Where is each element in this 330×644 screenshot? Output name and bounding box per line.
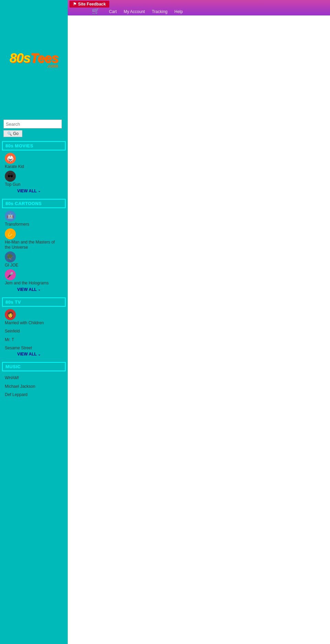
karate-kid-label: Karate Kid — [5, 164, 24, 169]
married-label: Married with Children — [5, 320, 44, 325]
top-gun-icon: 🕶 — [5, 171, 16, 182]
logo-box[interactable]: 80sTees .com — [5, 48, 63, 72]
nav-link-tracking[interactable]: Tracking — [152, 9, 168, 14]
nav-link-help[interactable]: Help — [174, 9, 183, 14]
tv-chevron-icon: ⌄ — [38, 352, 41, 356]
section-header-music: MUSIC — [2, 362, 66, 371]
nav-item-he-man[interactable]: 💪 He-Man and the Masters of the Universe — [0, 227, 68, 250]
he-man-icon: 💪 — [5, 228, 16, 239]
search-area: 🔍 Go — [0, 117, 68, 139]
mr-t-label: Mr. T — [5, 337, 14, 342]
nav-item-wham[interactable]: WHAM! — [0, 373, 68, 381]
nav-item-seinfeld[interactable]: Seinfeld — [0, 326, 68, 334]
karate-kid-icon: 🥋 — [5, 153, 16, 164]
jem-label: Jem and the Holograms — [5, 281, 48, 285]
gi-joe-icon: 🪖 — [5, 251, 16, 262]
transformers-icon: 🤖 — [5, 211, 16, 222]
nav-link-cart[interactable]: Cart — [109, 9, 117, 14]
section-header-movies: 80s MOVIES — [2, 141, 66, 150]
section-80s-cartoons: 80s CARTOONS 🤖 Transformers 💪 He-Man and… — [0, 199, 68, 295]
search-icon: 🔍 — [7, 132, 12, 136]
section-music: MUSIC WHAM! Michael Jackson Def Leppard — [0, 362, 68, 400]
logo-area: 80sTees .com — [0, 0, 68, 117]
main-content: ⚑ Site Feedback 🛒 Cart My Account Tracki… — [68, 0, 330, 644]
site-feedback-button[interactable]: ⚑ Site Feedback — [69, 1, 109, 8]
michael-jackson-label: Michael Jackson — [5, 384, 35, 389]
search-input[interactable] — [3, 120, 62, 128]
tv-view-all-text: VIEW ALL — [17, 352, 37, 357]
nav-item-top-gun[interactable]: 🕶 Top Gun — [0, 170, 68, 188]
go-button[interactable]: 🔍 Go — [3, 130, 22, 137]
nav-item-michael-jackson[interactable]: Michael Jackson — [0, 381, 68, 389]
sidebar: 80sTees .com 🔍 Go 80s MOVIES 🥋 Karate Ki… — [0, 0, 68, 644]
nav-link-my-account[interactable]: My Account — [124, 9, 145, 14]
top-gun-label: Top Gun — [5, 182, 20, 187]
nav-item-gi-joe[interactable]: 🪖 GI JOE — [0, 250, 68, 268]
section-header-cartoons: 80s CARTOONS — [2, 199, 66, 208]
cartoons-chevron-icon: ⌄ — [38, 287, 41, 291]
he-man-label: He-Man and the Masters of the Universe — [5, 240, 60, 250]
top-bar: ⚑ Site Feedback 🛒 Cart My Account Tracki… — [68, 0, 330, 15]
movies-view-all-text: VIEW ALL — [17, 189, 37, 193]
cartoons-view-all-text: VIEW ALL — [17, 287, 37, 292]
top-nav-links: Cart My Account Tracking Help — [109, 9, 327, 14]
logo-80s: 80s — [10, 51, 30, 65]
nav-item-sesame-street[interactable]: Sesame Street — [0, 343, 68, 351]
nav-item-jem[interactable]: 🎤 Jem and the Holograms — [0, 268, 68, 286]
sesame-street-label: Sesame Street — [5, 346, 32, 350]
nav-item-transformers[interactable]: 🤖 Transformers — [0, 210, 68, 227]
movies-view-all[interactable]: VIEW ALL ⌄ — [0, 188, 68, 195]
nav-item-def-leppard[interactable]: Def Leppard — [0, 389, 68, 398]
go-label: Go — [13, 131, 19, 136]
married-icon: 👩 — [5, 309, 16, 320]
jem-icon: 🎤 — [5, 269, 16, 280]
transformers-label: Transformers — [5, 222, 29, 227]
nav-item-mr-t[interactable]: Mr. T — [0, 335, 68, 343]
nav-item-karate-kid[interactable]: 🥋 Karate Kid — [0, 152, 68, 170]
wham-label: WHAM! — [5, 375, 19, 380]
flag-icon: ⚑ — [73, 2, 77, 7]
section-80s-movies: 80s MOVIES 🥋 Karate Kid 🕶 Top Gun VIEW A… — [0, 141, 68, 197]
seinfeld-label: Seinfeld — [5, 329, 20, 334]
site-feedback-label: Site Feedback — [78, 2, 106, 7]
main-body — [68, 15, 330, 644]
nav-item-married[interactable]: 👩 Married with Children — [0, 308, 68, 326]
def-leppard-label: Def Leppard — [5, 392, 28, 397]
gi-joe-label: GI JOE — [5, 263, 18, 268]
cartoons-view-all[interactable]: VIEW ALL ⌄ — [0, 286, 68, 293]
movies-chevron-icon: ⌄ — [38, 189, 41, 193]
cart-icon[interactable]: 🛒 — [92, 7, 99, 15]
tv-view-all[interactable]: VIEW ALL ⌄ — [0, 351, 68, 358]
section-80s-tv: 80s TV 👩 Married with Children Seinfeld … — [0, 297, 68, 360]
logo-text: 80sTees — [10, 52, 58, 65]
section-header-tv: 80s TV — [2, 297, 66, 307]
